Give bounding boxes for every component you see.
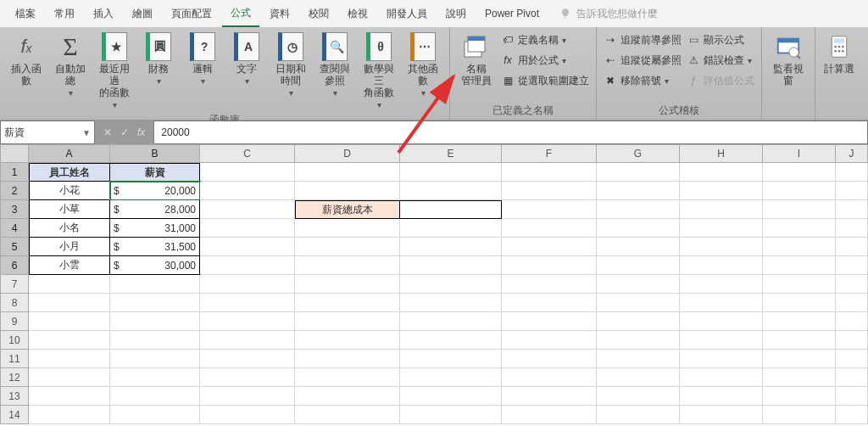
cell-C6[interactable] [200,256,295,275]
tab-data[interactable]: 資料 [261,2,298,26]
cell-G1[interactable] [597,163,680,182]
cell[interactable] [400,387,502,406]
cell-E6[interactable] [400,256,502,275]
financial-button[interactable]: 圓 財務 ▾ [139,31,178,87]
cell[interactable] [400,368,502,387]
cell-B5[interactable]: $31,500 [110,238,200,256]
cell[interactable] [836,331,868,350]
cell[interactable] [29,331,110,350]
cell[interactable] [502,368,597,387]
cell[interactable] [597,368,680,387]
cell[interactable] [400,350,502,368]
error-check-button[interactable]: ⚠ 錯誤檢查 ▾ [687,51,754,70]
cell[interactable] [763,406,836,424]
cell-B4[interactable]: $31,000 [110,219,200,238]
cell-I5[interactable] [763,238,836,256]
more-functions-button[interactable]: ⋯ 其他函數 ▾ [403,31,442,99]
cell[interactable] [763,387,836,406]
cell[interactable] [295,368,400,387]
cell-F6[interactable] [502,256,597,275]
cell[interactable] [200,350,295,368]
cell[interactable] [763,331,836,350]
cell-C4[interactable] [200,219,295,238]
tab-file[interactable]: 檔案 [7,2,44,26]
cell[interactable] [200,387,295,406]
cell[interactable] [680,294,763,312]
cell-H1[interactable] [680,163,763,182]
cell[interactable] [29,387,110,406]
cell[interactable] [763,350,836,368]
cell[interactable] [680,387,763,406]
cell[interactable] [836,368,868,387]
cell[interactable] [680,331,763,350]
tab-developer[interactable]: 開發人員 [378,2,436,26]
cell[interactable] [200,368,295,387]
cell[interactable] [836,387,868,406]
text-button[interactable]: A 文字 ▾ [227,31,266,87]
cell-I1[interactable] [763,163,836,182]
evaluate-formula-button[interactable]: ƒ 評估值公式 [687,71,754,90]
fx-icon[interactable]: fx [137,126,145,138]
cell-J4[interactable] [836,219,868,238]
cell[interactable] [29,294,110,312]
col-header-J[interactable]: J [836,144,868,163]
cell[interactable] [110,312,200,331]
create-from-selection-button[interactable]: ▦ 從選取範圍建立 [501,71,589,90]
cell-H5[interactable] [680,238,763,256]
cell[interactable] [502,294,597,312]
cell-H3[interactable] [680,200,763,219]
cell[interactable] [502,406,597,424]
trace-precedents-button[interactable]: ⇢ 追蹤前導參照 [604,31,682,49]
cell[interactable] [502,275,597,294]
row-header[interactable]: 3 [0,200,29,219]
cell-J6[interactable] [836,256,868,275]
cell[interactable] [502,331,597,350]
formula-enter-button[interactable]: ✓ [120,126,129,138]
cell[interactable] [110,331,200,350]
cell[interactable] [836,312,868,331]
cell[interactable] [110,350,200,368]
tab-formulas[interactable]: 公式 [222,1,259,27]
cell[interactable] [400,331,502,350]
tab-page-layout[interactable]: 頁面配置 [163,2,220,26]
cell[interactable] [29,406,110,424]
row-header[interactable]: 2 [0,182,29,200]
cell-D6[interactable] [295,256,400,275]
cell-G3[interactable] [597,200,680,219]
cell-F4[interactable] [502,219,597,238]
cell-E4[interactable] [400,219,502,238]
cell[interactable] [200,331,295,350]
tab-help[interactable]: 說明 [437,2,475,26]
cell[interactable] [200,312,295,331]
cell-E5[interactable] [400,238,502,256]
tab-draw[interactable]: 繪圖 [124,2,161,26]
cell[interactable] [110,387,200,406]
row-header[interactable]: 4 [0,219,29,238]
tab-insert[interactable]: 插入 [85,2,122,26]
cell[interactable] [502,350,597,368]
chevron-down-icon[interactable]: ▼ [82,128,91,137]
cell-H4[interactable] [680,219,763,238]
cell[interactable] [680,312,763,331]
row-header[interactable]: 10 [0,331,29,350]
cell[interactable] [597,387,680,406]
cell[interactable] [836,350,868,368]
cell[interactable] [597,406,680,424]
col-header-F[interactable]: F [502,144,597,163]
cell-I6[interactable] [763,256,836,275]
cell[interactable] [502,387,597,406]
tell-me-search[interactable]: 告訴我您想做什麼 [559,7,658,21]
insert-function-button[interactable]: fx 插入函數 [7,31,46,88]
cell[interactable] [200,275,295,294]
cell[interactable] [680,406,763,424]
cell[interactable] [295,387,400,406]
cell-B6[interactable]: $30,000 [110,256,200,275]
cell[interactable] [295,294,400,312]
cell-A3[interactable]: 小草 [29,200,110,219]
calc-options-button[interactable]: 計算選 [822,31,856,76]
cell[interactable] [200,406,295,424]
datetime-button[interactable]: ◷ 日期和 時間 ▾ [271,31,310,99]
tab-review[interactable]: 校閱 [300,2,337,26]
cell[interactable] [763,275,836,294]
col-header-I[interactable]: I [763,144,836,163]
